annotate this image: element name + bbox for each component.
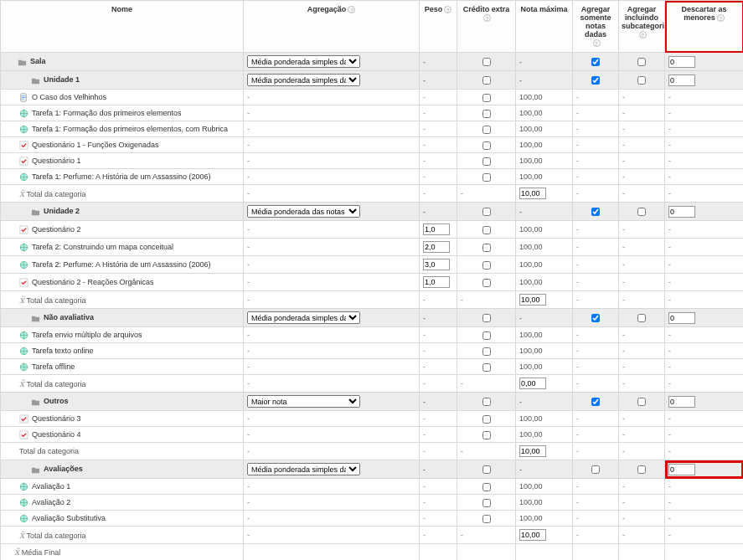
quiz-icon: [19, 430, 28, 439]
aggregation-select[interactable]: Média ponderada simples das notasMédia p…: [247, 463, 360, 475]
item-name[interactable]: Avaliação 2: [32, 498, 70, 506]
help-icon[interactable]: ?: [348, 6, 355, 13]
item-name[interactable]: Tarefa texto online: [32, 347, 94, 355]
grade-item-row: Questionário 1 - Funções Oxigenadas--100…: [1, 137, 744, 153]
total-max-input[interactable]: [519, 378, 546, 389]
item-name[interactable]: Questionário 2 - Reações Orgânicas: [32, 278, 154, 286]
item-name[interactable]: Tarefa 1: Formação dos primeiros element…: [32, 109, 182, 117]
agg-incl-subcat-checkbox[interactable]: [637, 76, 646, 85]
help-icon[interactable]: ?: [444, 6, 451, 13]
agg-only-graded-checkbox[interactable]: [591, 398, 600, 406]
extra-credit-checkbox[interactable]: [482, 314, 491, 322]
agg-incl-subcat-checkbox[interactable]: [637, 465, 646, 474]
agg-incl-subcat-checkbox[interactable]: [637, 314, 646, 322]
category-name[interactable]: Unidade 1: [44, 75, 80, 84]
extra-credit-checkbox[interactable]: [482, 244, 491, 252]
category-name[interactable]: Sala: [30, 57, 46, 65]
item-name[interactable]: Tarefa 1: Formação dos primeiros element…: [32, 125, 228, 133]
item-name[interactable]: Avaliação 1: [32, 482, 70, 491]
extra-credit-checkbox[interactable]: [482, 347, 491, 356]
grade-item-row: Questionário 2 - Reações Orgânicas-100,0…: [1, 274, 744, 291]
extra-credit-checkbox[interactable]: [482, 58, 491, 66]
extra-credit-checkbox[interactable]: [482, 208, 491, 216]
aggregation-select[interactable]: Média ponderada simples das notasMédia p…: [247, 395, 360, 408]
assignment-icon: [19, 482, 28, 491]
drop-lowest-input[interactable]: [668, 396, 695, 408]
category-name[interactable]: Unidade 2: [44, 207, 80, 215]
assignment-icon: [19, 331, 28, 340]
item-name[interactable]: Questionário 4: [32, 430, 81, 439]
max-grade: 100,00: [519, 260, 543, 269]
extra-credit-checkbox[interactable]: [482, 94, 491, 102]
extra-credit-checkbox[interactable]: [482, 173, 491, 182]
agg-only-graded-checkbox[interactable]: [591, 314, 600, 322]
extra-credit-checkbox[interactable]: [482, 141, 491, 150]
item-name[interactable]: Questionário 1 - Funções Oxigenadas: [32, 141, 159, 149]
folder-icon: [31, 465, 40, 475]
extra-credit-checkbox[interactable]: [482, 515, 491, 523]
extra-credit-checkbox[interactable]: [482, 483, 491, 491]
agg-only-graded-checkbox[interactable]: [591, 58, 600, 66]
item-name[interactable]: Tarefa envio múltiplo de arquivos: [32, 331, 142, 339]
extra-credit-checkbox[interactable]: [482, 110, 491, 118]
extra-credit-checkbox[interactable]: [482, 465, 491, 474]
total-label: Total da categoria: [27, 296, 86, 305]
extra-credit-checkbox[interactable]: [482, 363, 491, 372]
aggregation-select[interactable]: Média ponderada simples das notasMédia p…: [247, 311, 360, 324]
extra-credit-checkbox[interactable]: [482, 157, 491, 166]
weight-input[interactable]: [423, 259, 450, 270]
quiz-icon: [19, 157, 28, 166]
extra-credit-checkbox[interactable]: [482, 279, 491, 287]
item-name[interactable]: Questionário 2: [32, 225, 81, 234]
total-max-input[interactable]: [519, 445, 546, 457]
agg-incl-subcat-checkbox[interactable]: [637, 58, 646, 66]
category-name[interactable]: Não avaliativa: [44, 313, 94, 321]
extra-credit-checkbox[interactable]: [482, 331, 491, 340]
total-max-input[interactable]: [519, 188, 546, 199]
extra-credit-checkbox[interactable]: [482, 261, 491, 270]
item-name[interactable]: Avaliação Substitutiva: [32, 514, 106, 522]
item-name[interactable]: Tarefa 2: Construindo um mapa conceitual: [32, 243, 173, 251]
help-icon[interactable]: ?: [593, 39, 601, 47]
assignment-icon: [19, 347, 28, 356]
extra-credit-checkbox[interactable]: [482, 431, 491, 439]
agg-only-graded-checkbox[interactable]: [591, 76, 600, 85]
agg-incl-subcat-checkbox[interactable]: [637, 208, 646, 216]
item-name[interactable]: Tarefa 2: Perfume: A História de um Assa…: [32, 260, 211, 269]
item-name[interactable]: O Caso dos Velhinhos: [32, 93, 106, 101]
agg-only-graded-checkbox[interactable]: [591, 208, 600, 216]
aggregation-select[interactable]: Média ponderada simples das notasMédia p…: [247, 205, 360, 218]
weight-input[interactable]: [423, 241, 450, 253]
item-name[interactable]: Tarefa offline: [32, 362, 75, 371]
weight-input[interactable]: [423, 276, 450, 288]
total-label: Total da categoria: [27, 532, 86, 540]
category-name[interactable]: Outros: [44, 397, 69, 405]
total-max-input[interactable]: [519, 529, 546, 541]
extra-credit-checkbox[interactable]: [482, 415, 491, 424]
total-max-input[interactable]: [519, 294, 546, 306]
help-icon[interactable]: ?: [639, 31, 647, 39]
drop-lowest-input[interactable]: [668, 312, 695, 324]
max-grade: 100,00: [519, 225, 543, 234]
category-name[interactable]: Avaliações: [44, 465, 83, 473]
agg-incl-subcat-checkbox[interactable]: [637, 398, 646, 406]
extra-credit-checkbox[interactable]: [482, 398, 491, 406]
drop-lowest-input[interactable]: [668, 464, 695, 475]
drop-lowest-input[interactable]: [668, 56, 695, 68]
help-icon[interactable]: ?: [717, 14, 725, 22]
item-name[interactable]: Tarefa 1: Perfume: A História de um Assa…: [32, 172, 211, 181]
extra-credit-checkbox[interactable]: [482, 126, 491, 134]
drop-lowest-input[interactable]: [668, 74, 695, 86]
extra-credit-checkbox[interactable]: [482, 76, 491, 85]
extra-credit-checkbox[interactable]: [482, 499, 491, 507]
extra-credit-checkbox[interactable]: [482, 226, 491, 234]
item-name[interactable]: Questionário 1: [32, 157, 81, 165]
calculation-icon: x̄: [19, 295, 24, 305]
help-icon[interactable]: ?: [483, 14, 491, 22]
drop-lowest-input[interactable]: [668, 206, 695, 218]
agg-only-graded-checkbox[interactable]: [591, 465, 600, 474]
item-name[interactable]: Questionário 3: [32, 414, 81, 423]
aggregation-select[interactable]: Média ponderada simples das notasMédia p…: [247, 74, 360, 86]
weight-input[interactable]: [423, 223, 450, 235]
aggregation-select[interactable]: Média ponderada simples das notasMédia p…: [247, 55, 360, 68]
